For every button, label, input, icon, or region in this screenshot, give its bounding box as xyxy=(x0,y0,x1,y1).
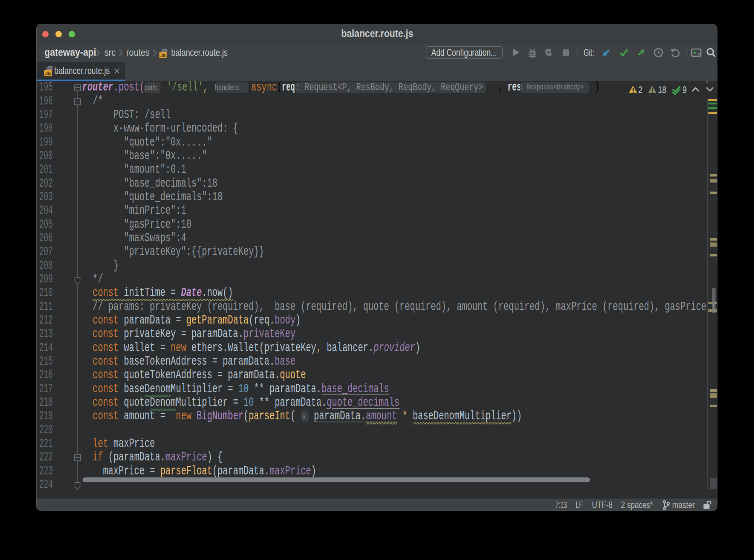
svg-text:JS: JS xyxy=(160,53,166,58)
svg-text:JS: JS xyxy=(45,71,51,76)
